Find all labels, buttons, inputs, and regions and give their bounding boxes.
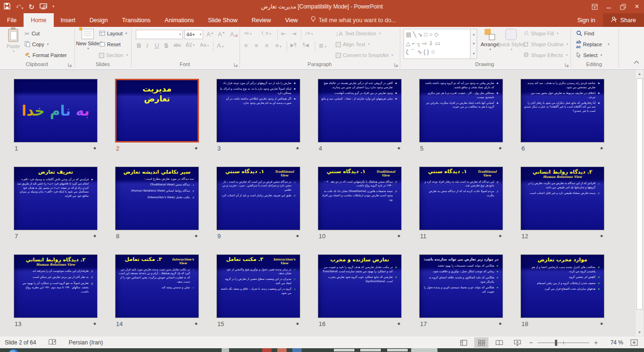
slide-17-thumbnail[interactable]: در موارد زير تعارض مي تواند سازنده باشد:… [419,254,503,318]
zoom-slider-thumb[interactable] [555,340,557,346]
scroll-up-icon[interactable]: ▲ [636,70,644,77]
animation-star-icon[interactable]: ★ [296,321,299,326]
close-icon[interactable]: × [630,0,644,13]
scrollbar-thumb[interactable] [636,78,643,310]
layout-button[interactable]: Layout▾ [99,29,127,38]
copy-button[interactable]: Copy▾ [25,40,49,49]
start-button[interactable] [8,349,20,352]
gallery-more-icon[interactable]: ▼ [472,52,476,55]
taskbar-item[interactable] [262,348,272,352]
slide-16-thumbnail[interactable]: تعارض سازنده و مخرب▪در مكتب تعامل تعارضي… [318,254,402,318]
slide-5-thumbnail[interactable]: ▪تعارض وقتي به وجود مي آيد كه دو گروه وج… [419,79,503,142]
paragraph-dialog-launcher-icon[interactable] [394,62,399,67]
slide-7-thumbnail[interactable]: تعريف تعارض▪فرآيندي كه در آن نوعي تلاش آ… [14,167,98,230]
slide-9-thumbnail[interactable]: Traditional View۱. ديدگاه سنتي۱.در ديدگا… [216,167,300,230]
slide-3-thumbnail[interactable]: ▪تعارض را بايد از ديد گروههاي درگير آن م… [216,79,300,142]
zoom-out-icon[interactable]: − [528,339,534,346]
reset-button[interactable]: Reset [99,40,121,49]
animation-star-icon[interactable]: ★ [194,234,198,238]
animation-star-icon[interactable]: ★ [93,234,97,238]
animation-star-icon[interactable]: ★ [397,146,401,151]
tab-file[interactable]: File [0,13,24,27]
tab-review[interactable]: Review [245,13,278,27]
tab-view[interactable]: View [278,13,305,27]
slide-13-thumbnail[interactable]: ۲. ديدگاه روابط انسانيHuman Relations Vi… [14,254,98,318]
redo-icon[interactable]: ↻ [29,3,35,10]
animation-star-icon[interactable]: ★ [194,146,198,151]
slide-2-thumbnail[interactable]: مديريت تعارض [115,79,199,142]
slide-1-thumbnail[interactable]: به نام خدا [14,79,98,142]
windows-taskbar[interactable] [0,348,644,352]
fit-slide-to-window-icon[interactable] [627,337,641,348]
proofing-icon[interactable] [49,339,57,347]
collapse-ribbon-icon[interactable] [634,59,639,66]
cut-button[interactable]: ✂Cut [25,29,40,38]
animation-star-icon[interactable]: ★ [93,146,97,151]
animation-star-icon[interactable]: ★ [498,146,502,151]
view-slideshow-icon[interactable] [510,337,524,348]
view-normal-icon[interactable] [456,337,471,348]
restore-icon[interactable] [616,0,630,13]
shape-gallery[interactable]: ▤ ╲ ↘ □ ○ ◇ △ ⌐ ┐ ⇨ ⇩ ▭ ζ ⌒ ∿ { } ☆ [404,29,471,59]
gallery-up-icon[interactable]: ▲ [472,33,476,36]
zoom-in-icon[interactable]: + [593,339,599,346]
scroll-down-icon[interactable]: ▼ [636,328,644,336]
ribbon-display-options-icon[interactable] [587,0,602,13]
drawing-dialog-launcher-icon[interactable] [565,62,570,67]
share-button[interactable]: Share [603,13,644,27]
view-slide-sorter-icon[interactable] [474,337,488,348]
start-slideshow-icon[interactable] [40,3,47,10]
view-reading-icon[interactable] [492,337,506,348]
animation-star-icon[interactable]: ★ [296,234,299,238]
tab-insert[interactable]: Insert [54,13,83,27]
slide-counter[interactable]: Slide 2 of 64 [5,339,36,346]
zoom-level[interactable]: 74 % [603,339,623,346]
font-name-combo[interactable]: ▾ [136,30,183,39]
zoom-slider[interactable] [537,337,589,348]
minimize-icon[interactable] [602,0,616,13]
taskbar-item[interactable] [411,348,438,352]
tab-home[interactable]: Home [24,13,53,27]
clipboard-dialog-launcher-icon[interactable] [68,62,73,67]
animation-star-icon[interactable]: ★ [498,321,502,326]
language-indicator[interactable]: Persian (Iran) [69,339,103,346]
slide-10-thumbnail[interactable]: Traditional View۱. ديدگاه سنتي۳.ديدگاه س… [318,167,402,230]
slide-18-thumbnail[interactable]: موارد مخرب تعارض▪مخالفت هاي كنترل نشده س… [520,254,604,318]
taskbar-item[interactable] [222,348,229,352]
qat-customize-icon[interactable]: ▾ [52,5,54,8]
tell-me-box[interactable]: Tell me what you want to do... [305,13,402,27]
shape-gallery-scroll[interactable]: ▲ ▼ ▼ [471,29,477,59]
select-button[interactable]: Select▾ [576,50,602,60]
animation-star-icon[interactable]: ★ [93,321,97,326]
taskbar-item[interactable] [333,348,355,352]
paste-button[interactable]: Paste▾ [4,29,23,53]
slide-12-thumbnail[interactable]: ۲. ديدگاه روابط انسانيHuman Relations Vi… [520,167,604,230]
taskbar-item[interactable] [360,348,381,352]
slide-4-thumbnail[interactable]: ▪گاهي در گروهي عده اي درگير تعارض هستند … [318,79,402,142]
animation-star-icon[interactable]: ★ [600,234,603,238]
new-slide-button[interactable]: ✹ New Slide▾ [78,29,97,50]
replace-button[interactable]: abac Replace▾ [576,40,609,49]
animation-star-icon[interactable]: ★ [498,234,502,238]
tab-slideshow[interactable]: Slide Show [201,13,245,27]
animation-star-icon[interactable]: ★ [397,234,401,238]
slide-11-thumbnail[interactable]: Traditional View۱. ديدگاه سنتي۵.اين ديدگ… [419,167,503,230]
find-button[interactable]: Find [576,29,594,38]
animation-star-icon[interactable]: ★ [296,146,299,151]
slide-14-thumbnail[interactable]: Interaction's View۳. مكتب تعامل۱.در مكتب… [115,254,199,318]
taskbar-item[interactable] [292,348,302,352]
taskbar-item[interactable] [387,348,408,352]
gallery-down-icon[interactable]: ▼ [472,42,476,45]
slide-6-thumbnail[interactable]: ▪چنانچه فردي راه رسيدن ديگري را به هدف ،… [520,79,604,142]
arrange-button[interactable]: Arrange▾ [479,29,501,51]
tab-animations[interactable]: Animations [157,13,201,27]
font-size-combo[interactable]: 44+▾ [184,30,203,39]
animation-star-icon[interactable]: ★ [600,146,603,151]
animation-star-icon[interactable]: ★ [397,321,401,326]
save-icon[interactable] [4,3,10,10]
tab-transitions[interactable]: Transitions [115,13,158,27]
slide-15-thumbnail[interactable]: Interaction's View۳. مكتب تعامل۳.در براب… [216,254,300,318]
taskbar-item[interactable] [277,348,287,352]
animation-star-icon[interactable]: ★ [600,321,603,326]
tab-design[interactable]: Design [83,13,115,27]
